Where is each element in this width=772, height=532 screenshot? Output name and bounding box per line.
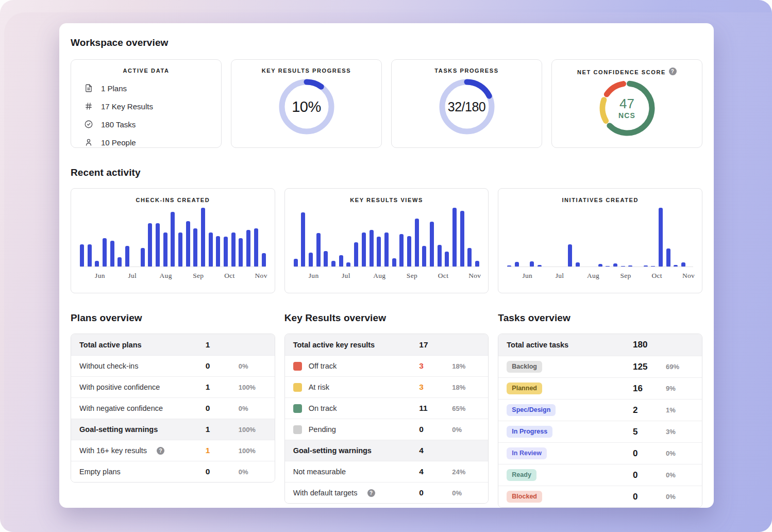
row-percent: 69% [666,363,694,371]
bar [231,232,236,267]
status-swatch [293,383,302,392]
month-tick-label: Nov [468,272,481,280]
bar [666,248,670,267]
status-badge: Backlog [507,361,542,373]
row-label-text: Goal-setting warnings [293,446,372,455]
bar [460,211,464,267]
row-label: Goal-setting warnings [79,425,206,434]
month-tick-label: Jun [309,272,319,280]
row-label: In Review [507,447,633,459]
bar [370,230,374,267]
table-row: At risk318% [285,376,489,397]
row-label: Total active plans [79,341,206,349]
bar [576,262,580,267]
bar [507,265,511,267]
x-axis-months: JunJulAugSepOctNov [294,267,480,284]
plans-overview-column: Plans overview Total active plans1Withou… [71,293,275,483]
row-value: 1 [206,446,239,455]
bar [681,262,685,267]
row-label: Backlog [507,361,633,373]
row-label: Not measurable [293,468,419,476]
bar [430,222,434,267]
key-results-progress-card: Key results progress 10% [231,59,382,148]
row-value: 3 [419,383,452,392]
row-value: 2 [633,405,666,415]
bar [246,230,250,267]
table-header-row: Goal-setting warnings1100% [71,419,275,440]
table-row: Pending00% [285,419,489,440]
help-icon[interactable]: ? [367,489,375,497]
row-value: 17 [419,340,452,350]
bar [415,219,419,267]
help-icon[interactable]: ? [157,447,164,455]
month-tick-label: Sep [407,272,417,280]
row-label: With positive confidence [79,383,206,391]
check-circle-icon [83,120,93,129]
bar [538,265,542,267]
row-value: 0 [206,404,239,413]
tasks-overview-table: Total active tasks180Backlog12569%Planne… [498,334,702,508]
person-icon [83,138,93,147]
bar [171,212,175,267]
row-percent: 100% [239,447,266,455]
row-value: 16 [633,384,666,394]
month-tick-label: Jun [522,272,532,280]
row-value: 0 [633,448,666,459]
row-percent: 0% [452,426,480,434]
bar [156,223,160,267]
row-percent: 100% [239,426,266,434]
row-label-text: Pending [309,425,336,434]
recent-activity-charts-row: Check-ins created JunJulAugSepOctNov Key… [71,188,702,293]
row-label: Spec/Design [507,404,633,416]
row-label-text: Total active plans [79,341,142,349]
bar [324,251,328,267]
row-percent: 0% [666,471,694,479]
help-icon[interactable]: ? [669,68,677,75]
row-label-text: Off track [309,362,337,370]
table-row: Without check-ins00% [71,355,275,376]
active-data-label: 17 Key Results [101,102,153,111]
status-badge: Spec/Design [507,404,556,416]
month-tick-label: Aug [587,272,599,280]
row-label-text: With default targets [293,489,358,497]
bar [445,252,449,267]
table-row: With default targets?00% [285,482,489,503]
table-row: Empty plans00% [71,461,275,482]
row-value: 11 [419,404,452,413]
bar [148,223,152,267]
x-axis-months: JunJulAugSepOctNov [507,267,693,284]
table-row: With positive confidence1100% [71,376,275,397]
row-percent: 3% [666,428,694,436]
initiatives-created-chart: Initiatives created JunJulAugSepOctNov [498,188,702,293]
row-percent: 0% [452,489,480,497]
key-results-progress-title: Key results progress [231,68,381,74]
month-tick-label: Jun [95,272,105,280]
row-percent: 18% [452,384,480,391]
bar [377,237,381,267]
bar [224,237,228,267]
active-data-item: 10 People [83,136,221,148]
row-label-text: Without check-ins [79,362,138,370]
bar [407,236,411,267]
row-value: 1 [206,425,239,434]
bar [606,266,610,267]
row-value: 0 [206,361,239,371]
row-label: Blocked [507,491,633,503]
bar [331,261,335,267]
status-swatch [293,404,302,413]
status-badge: Ready [507,469,536,481]
status-badge: Blocked [507,491,542,503]
row-value: 3 [419,361,452,371]
bar [628,265,632,267]
check-ins-created-chart: Check-ins created JunJulAugSepOctNov [71,188,275,293]
plans-overview-title: Plans overview [71,312,275,324]
table-header-row: Total active tasks180 [498,334,702,356]
overview-tables-row: Plans overview Total active plans1Withou… [71,293,702,508]
tasks-overview-title: Tasks overview [498,312,702,324]
row-value: 1 [206,340,239,350]
bar [209,232,213,267]
bar [178,232,182,267]
bar [598,264,602,267]
row-label-text: Not measurable [293,468,346,476]
row-value: 5 [633,427,666,437]
